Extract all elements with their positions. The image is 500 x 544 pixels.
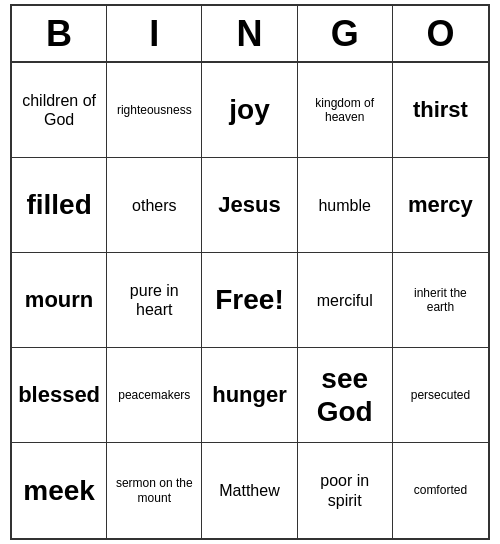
bingo-cell-text: thirst <box>413 97 468 123</box>
bingo-grid: children of Godrighteousnessjoykingdom o… <box>12 63 488 538</box>
bingo-header-letter: I <box>107 6 202 61</box>
bingo-cell: inherit the earth <box>393 253 488 348</box>
bingo-cell-text: hunger <box>212 382 287 408</box>
bingo-cell: Matthew <box>202 443 297 538</box>
bingo-cell: pure in heart <box>107 253 202 348</box>
bingo-cell: joy <box>202 63 297 158</box>
bingo-cell: merciful <box>298 253 393 348</box>
bingo-cell: righteousness <box>107 63 202 158</box>
bingo-cell-text: pure in heart <box>113 281 195 319</box>
bingo-cell: hunger <box>202 348 297 443</box>
bingo-cell-text: filled <box>26 188 91 222</box>
bingo-cell-text: humble <box>318 196 370 215</box>
bingo-cell-text: peacemakers <box>118 388 190 402</box>
bingo-card: BINGO children of Godrighteousnessjoykin… <box>10 4 490 540</box>
bingo-cell: mourn <box>12 253 107 348</box>
bingo-cell-text: others <box>132 196 176 215</box>
bingo-cell-text: Free! <box>215 283 283 317</box>
bingo-header-letter: O <box>393 6 488 61</box>
bingo-cell: mercy <box>393 158 488 253</box>
bingo-cell-text: Matthew <box>219 481 279 500</box>
bingo-cell-text: meek <box>23 474 95 508</box>
bingo-cell-text: children of God <box>18 91 100 129</box>
bingo-cell: blessed <box>12 348 107 443</box>
bingo-cell: peacemakers <box>107 348 202 443</box>
bingo-cell: Jesus <box>202 158 297 253</box>
bingo-cell: humble <box>298 158 393 253</box>
bingo-header-letter: N <box>202 6 297 61</box>
bingo-cell-text: sermon on the mount <box>113 476 195 505</box>
bingo-cell: Free! <box>202 253 297 348</box>
bingo-cell: comforted <box>393 443 488 538</box>
bingo-cell-text: see God <box>304 362 386 429</box>
bingo-header: BINGO <box>12 6 488 63</box>
bingo-cell: see God <box>298 348 393 443</box>
bingo-cell: filled <box>12 158 107 253</box>
bingo-header-letter: B <box>12 6 107 61</box>
bingo-cell: persecuted <box>393 348 488 443</box>
bingo-header-letter: G <box>298 6 393 61</box>
bingo-cell: others <box>107 158 202 253</box>
bingo-cell-text: righteousness <box>117 103 192 117</box>
bingo-cell-text: persecuted <box>411 388 470 402</box>
bingo-cell-text: merciful <box>317 291 373 310</box>
bingo-cell-text: mourn <box>25 287 93 313</box>
bingo-cell-text: Jesus <box>218 192 280 218</box>
bingo-cell-text: kingdom of heaven <box>304 96 386 125</box>
bingo-cell: sermon on the mount <box>107 443 202 538</box>
bingo-cell: children of God <box>12 63 107 158</box>
bingo-cell: thirst <box>393 63 488 158</box>
bingo-cell: meek <box>12 443 107 538</box>
bingo-cell-text: joy <box>229 93 269 127</box>
bingo-cell: poor in spirit <box>298 443 393 538</box>
bingo-cell: kingdom of heaven <box>298 63 393 158</box>
bingo-cell-text: comforted <box>414 483 467 497</box>
bingo-cell-text: poor in spirit <box>304 471 386 509</box>
bingo-cell-text: inherit the earth <box>399 286 482 315</box>
bingo-cell-text: mercy <box>408 192 473 218</box>
bingo-cell-text: blessed <box>18 382 100 408</box>
